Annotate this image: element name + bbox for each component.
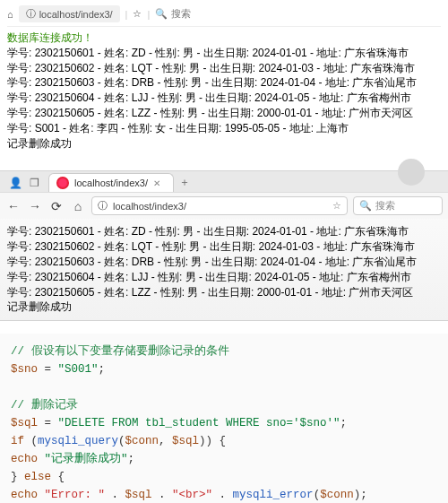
code-line: echo "记录删除成功";: [11, 450, 437, 468]
student-row: 学号: S001 - 姓名: 李四 - 性别: 女 - 出生日期: 1995-0…: [7, 121, 441, 136]
student-row: 学号: 2302150604 - 姓名: LJJ - 性别: 男 - 出生日期:…: [7, 91, 441, 106]
student-row: 学号: 2302150605 - 姓名: LZZ - 性别: 男 - 出生日期:…: [7, 285, 441, 300]
delete-ok-text: 记录删除成功: [7, 299, 441, 315]
browser-window: 👤 ❐ localhost/index3/ ✕ ＋ ← → ⟳ ⌂ ⓘ loca…: [0, 170, 448, 321]
toolbar-search-placeholder: 搜索: [375, 199, 395, 212]
student-row: 学号: 2302150603 - 姓名: DRB - 性别: 男 - 出生日期:…: [7, 75, 441, 91]
tab-row: 👤 ❐ localhost/index3/ ✕ ＋: [0, 171, 448, 192]
conn-ok-text: 数据库连接成功！: [7, 30, 441, 46]
top-search-placeholder: 搜索: [171, 7, 191, 21]
home-icon[interactable]: ⌂: [7, 9, 13, 20]
toolbar-search[interactable]: 🔍 搜索: [353, 196, 443, 215]
forward-button[interactable]: →: [27, 198, 43, 214]
code-line: $sql = "DELETE FROM tbl_student WHERE sn…: [11, 414, 437, 432]
top-search-strip[interactable]: 🔍 搜索: [155, 7, 191, 21]
address-bar[interactable]: ⓘ localhost/index3/ ☆: [91, 196, 348, 215]
info-icon: ⓘ: [26, 7, 36, 21]
code-line: if (mysqli_query($conn, $sql)) {: [11, 432, 437, 450]
reload-button[interactable]: ⟳: [48, 198, 65, 214]
address-url: localhost/index3/: [113, 201, 186, 212]
student-row: 学号: 2302150601 - 姓名: ZD - 性别: 男 - 出生日期: …: [7, 224, 441, 239]
back-button[interactable]: ←: [5, 198, 22, 214]
student-row: 学号: 2302150602 - 姓名: LQT - 性别: 男 - 出生日期:…: [7, 239, 441, 255]
site-info-icon[interactable]: ⓘ: [98, 199, 108, 212]
student-row: 学号: 2302150603 - 姓名: DRB - 性别: 男 - 出生日期:…: [7, 255, 441, 270]
copy-icon[interactable]: ❐: [30, 177, 39, 189]
code-line: } else {: [11, 468, 437, 486]
top-url-box[interactable]: ⓘ localhost/index3/: [19, 5, 120, 22]
browser-tab[interactable]: localhost/index3/ ✕: [48, 173, 174, 192]
student-row: 学号: 2302150605 - 姓名: LZZ - 性别: 男 - 出生日期:…: [7, 106, 441, 121]
student-row: 学号: 2302150602 - 姓名: LQT - 性别: 男 - 出生日期:…: [7, 61, 441, 76]
student-row: 学号: 2302150604 - 姓名: LJJ - 性别: 男 - 出生日期:…: [7, 270, 441, 285]
profile-icon[interactable]: 👤: [9, 177, 22, 189]
code-line: // 删除记录: [11, 396, 437, 414]
search-icon: 🔍: [155, 8, 168, 20]
delete-ok-text: 记录删除成功: [7, 136, 441, 152]
code-line: // 假设有以下变量存储要删除记录的条件: [11, 343, 437, 360]
top-url-text: localhost/index3/: [39, 9, 113, 20]
separator: |: [147, 9, 150, 20]
upper-page-area: ⌂ ⓘ localhost/index3/ | ☆ | 🔍 搜索 数据库连接成功…: [0, 0, 448, 161]
avatar[interactable]: [398, 159, 425, 186]
tab-close-icon[interactable]: ✕: [153, 178, 160, 188]
student-row: 学号: 2302150601 - 姓名: ZD - 性别: 男 - 出生日期: …: [7, 46, 441, 61]
separator: |: [125, 9, 128, 20]
star-icon[interactable]: ☆: [133, 8, 142, 20]
bookmark-star-icon[interactable]: ☆: [332, 200, 341, 212]
new-tab-button[interactable]: ＋: [179, 175, 190, 190]
code-line: $sno = "S001";: [11, 360, 437, 378]
search-icon: 🔍: [359, 200, 372, 212]
home-button[interactable]: ⌂: [70, 198, 86, 214]
code-line: echo "Error: " . $sql . "<br>" . mysqli_…: [11, 486, 437, 503]
tab-title: localhost/index3/: [74, 178, 148, 188]
code-line: [11, 378, 437, 396]
browser-toolbar: ← → ⟳ ⌂ ⓘ localhost/index3/ ☆ 🔍 搜索: [0, 192, 448, 219]
tab-favicon-icon: [56, 177, 69, 189]
top-url-strip: ⌂ ⓘ localhost/index3/ | ☆ | 🔍 搜索: [7, 4, 441, 27]
code-panel: // 假设有以下变量存储要删除记录的条件 $sno = "S001"; // 删…: [0, 334, 448, 503]
page1-content: 数据库连接成功！ 学号: 2302150601 - 姓名: ZD - 性别: 男…: [7, 30, 441, 158]
page2-content: 学号: 2302150601 - 姓名: ZD - 性别: 男 - 出生日期: …: [0, 219, 448, 320]
